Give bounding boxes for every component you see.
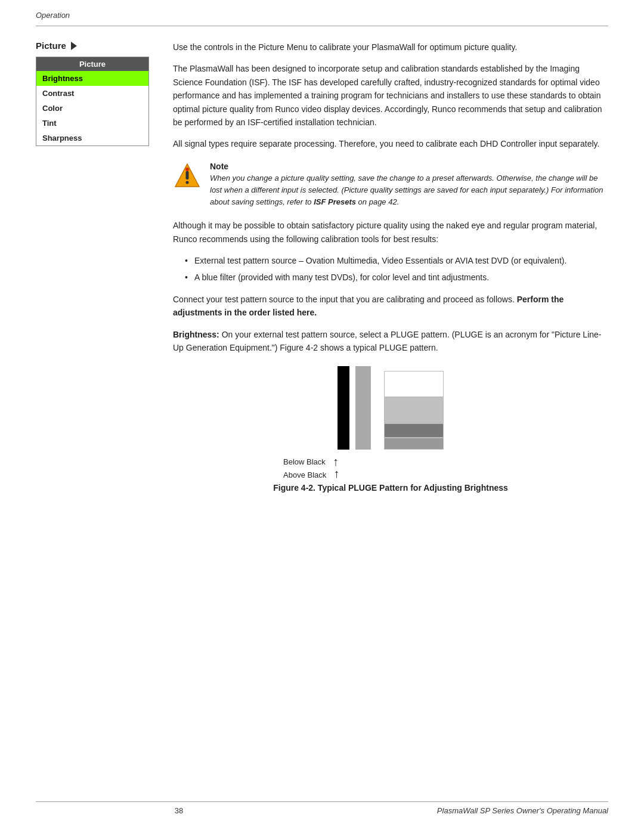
main-content-area: Use the controls in the Picture Menu to … — [155, 41, 608, 510]
below-black-label-row: Below Black ↑ — [283, 456, 339, 467]
pluge-labels: Below Black ↑ Above Black ↑ — [283, 456, 450, 479]
sidebar-item-color[interactable]: Color — [36, 101, 149, 116]
note-content: Note When you change a picture quality s… — [210, 162, 608, 208]
below-black-text: Below Black — [283, 457, 326, 466]
sidebar-item-sharpness[interactable]: Sharpness — [36, 131, 149, 146]
note-isf-presets: ISF Presets — [314, 197, 356, 206]
menu-header: Picture — [36, 57, 149, 72]
brightness-label: Brightness: — [173, 330, 219, 339]
note-text-start: When you change a picture quality settin… — [210, 174, 603, 206]
sidebar: Picture Picture Brightness Contrast Colo… — [36, 41, 155, 510]
calibration-tools-intro: Although it may be possible to obtain sa… — [173, 219, 608, 246]
above-black-label-row: Above Black ↑ — [283, 470, 339, 479]
pluge-bar-light-gray — [384, 397, 444, 423]
note-box: Note When you change a picture quality s… — [173, 162, 608, 208]
note-text-end: on page 42. — [356, 197, 399, 206]
connect-paragraph: Connect your test pattern source to the … — [173, 293, 608, 320]
note-text: When you change a picture quality settin… — [210, 172, 608, 208]
note-label: Note — [210, 162, 608, 171]
pluge-right-bars — [384, 371, 444, 450]
manual-title: PlasmaWall SP Series Owner's Operating M… — [322, 806, 608, 815]
sidebar-item-contrast[interactable]: Contrast — [36, 86, 149, 101]
svg-rect-1 — [186, 171, 189, 179]
bullet-item-2: A blue filter (provided with many test D… — [185, 271, 608, 284]
pluge-diagram-section: Below Black ↑ Above Black ↑ Figure 4-2. … — [173, 366, 608, 504]
bottom-divider — [36, 801, 608, 802]
isf-paragraph: The PlasmaWall has been designed to inco… — [173, 62, 608, 129]
arrow-above-black: ↑ — [333, 467, 339, 479]
brightness-paragraph: Brightness: On your external test patter… — [173, 328, 608, 355]
sidebar-item-brightness[interactable]: Brightness — [36, 71, 149, 86]
above-black-text: Above Black — [283, 470, 326, 479]
intro-paragraph: Use the controls in the Picture Menu to … — [173, 41, 608, 54]
picture-menu: Picture Brightness Contrast Color Tint — [36, 57, 149, 146]
figure-caption: Figure 4-2. Typical PLUGE Pattern for Ad… — [273, 483, 508, 493]
page-number: 38 — [36, 806, 322, 815]
brightness-text: On your external test pattern source, se… — [173, 330, 602, 352]
warning-triangle-icon — [173, 162, 202, 190]
sidebar-item-tint[interactable]: Tint — [36, 116, 149, 131]
arrow-below-black: ↑ — [333, 456, 339, 467]
pluge-bar-gray — [355, 366, 371, 450]
connect-text: Connect your test pattern source to the … — [173, 295, 515, 304]
picture-label: Picture — [36, 41, 66, 51]
arrow-right-icon — [71, 42, 77, 50]
svg-point-3 — [185, 168, 189, 171]
pluge-bar-white — [384, 371, 444, 397]
calibration-tools-list: External test pattern source – Ovation M… — [185, 254, 608, 284]
pluge-bar-black — [338, 366, 349, 450]
svg-point-2 — [186, 181, 189, 184]
section-label: Operation — [0, 0, 644, 20]
page-footer: 38 PlasmaWall SP Series Owner's Operatin… — [0, 806, 644, 815]
signal-types-paragraph: All signal types require separate proces… — [173, 137, 608, 150]
pluge-bar-dark-gray — [384, 423, 444, 438]
bullet-item-1: External test pattern source – Ovation M… — [185, 254, 608, 267]
pluge-bar-medium-dark — [384, 438, 444, 450]
picture-heading: Picture — [36, 41, 155, 51]
